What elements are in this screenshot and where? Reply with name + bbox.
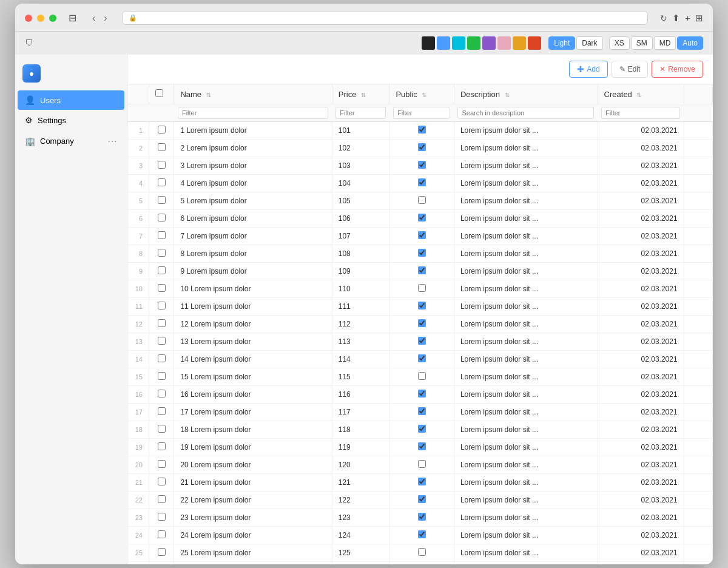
row-checkbox[interactable] <box>158 126 166 134</box>
row-public[interactable] <box>389 404 454 421</box>
row-public[interactable] <box>389 333 454 351</box>
public-checkbox[interactable] <box>418 161 426 169</box>
row-select-cell[interactable] <box>149 122 174 140</box>
row-public[interactable] <box>389 527 454 544</box>
row-checkbox[interactable] <box>158 425 166 433</box>
public-checkbox[interactable] <box>418 214 426 221</box>
public-checkbox[interactable] <box>418 337 426 345</box>
swatch-blue[interactable] <box>437 36 450 50</box>
row-select-cell[interactable] <box>149 509 174 527</box>
row-public[interactable] <box>389 421 454 439</box>
row-public[interactable] <box>389 210 454 228</box>
row-public[interactable] <box>389 439 454 456</box>
row-checkbox[interactable] <box>158 178 166 186</box>
maximize-button[interactable] <box>49 15 56 22</box>
row-select-cell[interactable] <box>149 386 174 404</box>
share-button[interactable]: ⬆ <box>672 13 680 24</box>
edit-button[interactable]: ✎ Edit <box>612 61 649 78</box>
public-checkbox[interactable] <box>418 196 426 204</box>
row-public[interactable] <box>389 228 454 245</box>
row-checkbox[interactable] <box>158 372 166 380</box>
row-select-cell[interactable] <box>149 280 174 298</box>
row-select-cell[interactable] <box>149 263 174 280</box>
row-checkbox[interactable] <box>158 390 166 397</box>
row-public[interactable] <box>389 368 454 386</box>
row-checkbox[interactable] <box>158 407 166 415</box>
public-checkbox[interactable] <box>418 354 426 362</box>
remove-button[interactable]: ✕ Remove <box>652 61 703 78</box>
public-checkbox[interactable] <box>418 302 426 309</box>
filter-created[interactable] <box>601 107 680 119</box>
row-checkbox[interactable] <box>158 460 166 468</box>
swatch-green[interactable] <box>467 36 480 50</box>
row-checkbox[interactable] <box>158 231 166 239</box>
col-header-name[interactable]: Name ⇅ <box>174 84 332 104</box>
forward-button[interactable]: › <box>101 12 109 25</box>
row-public[interactable] <box>389 245 454 263</box>
row-public[interactable] <box>389 263 454 280</box>
row-public[interactable] <box>389 492 454 509</box>
sidebar-item-company[interactable]: 🏢 Company ⋯ <box>18 130 124 152</box>
col-header-price[interactable]: Price ⇅ <box>332 84 389 104</box>
row-select-cell[interactable] <box>149 404 174 421</box>
row-public[interactable] <box>389 280 454 298</box>
new-tab-button[interactable]: + <box>685 13 690 24</box>
row-select-cell[interactable] <box>149 527 174 544</box>
public-checkbox[interactable] <box>418 126 426 134</box>
row-public[interactable] <box>389 456 454 474</box>
swatch-black[interactable] <box>422 36 435 50</box>
row-public[interactable] <box>389 316 454 333</box>
back-button[interactable]: ‹ <box>90 12 98 25</box>
filter-public[interactable] <box>393 107 451 119</box>
row-checkbox[interactable] <box>158 249 166 257</box>
row-select-cell[interactable] <box>149 157 174 175</box>
public-checkbox[interactable] <box>418 390 426 397</box>
sidebar-item-settings[interactable]: ⚙ Settings <box>18 110 124 130</box>
public-checkbox[interactable] <box>418 266 426 274</box>
col-header-created[interactable]: Created ⇅ <box>598 84 684 104</box>
public-checkbox[interactable] <box>418 478 426 485</box>
col-header-description[interactable]: Description ⇅ <box>454 84 598 104</box>
row-checkbox[interactable] <box>158 266 166 274</box>
row-select-cell[interactable] <box>149 544 174 562</box>
public-checkbox[interactable] <box>418 249 426 257</box>
sidebar-toggle-button[interactable]: ⊟ <box>66 11 79 25</box>
row-public[interactable] <box>389 175 454 192</box>
dark-theme-button[interactable]: Dark <box>576 36 602 50</box>
light-theme-button[interactable]: Light <box>548 36 575 50</box>
row-public[interactable] <box>389 122 454 140</box>
row-public[interactable] <box>389 351 454 368</box>
filter-description[interactable] <box>457 107 594 119</box>
row-select-cell[interactable] <box>149 333 174 351</box>
row-public[interactable] <box>389 544 454 562</box>
row-public[interactable] <box>389 474 454 492</box>
row-select-cell[interactable] <box>149 316 174 333</box>
public-checkbox[interactable] <box>418 284 426 292</box>
row-checkbox[interactable] <box>158 354 166 362</box>
row-public[interactable] <box>389 192 454 210</box>
minimize-button[interactable] <box>37 15 44 22</box>
reload-button[interactable]: ↻ <box>660 13 667 23</box>
row-select-cell[interactable] <box>149 456 174 474</box>
row-checkbox[interactable] <box>158 548 166 556</box>
row-checkbox[interactable] <box>158 442 166 450</box>
public-checkbox[interactable] <box>418 319 426 327</box>
row-public[interactable] <box>389 298 454 316</box>
row-checkbox[interactable] <box>158 495 166 503</box>
row-checkbox[interactable] <box>158 513 166 521</box>
row-checkbox[interactable] <box>158 196 166 204</box>
swatch-pink[interactable] <box>497 36 511 50</box>
swatch-red[interactable] <box>528 36 541 50</box>
row-public[interactable] <box>389 140 454 157</box>
row-select-cell[interactable] <box>149 210 174 228</box>
swatch-cyan[interactable] <box>452 36 465 50</box>
public-checkbox[interactable] <box>418 231 426 239</box>
row-checkbox[interactable] <box>158 530 166 538</box>
size-sm-button[interactable]: SM <box>631 36 653 50</box>
row-checkbox[interactable] <box>158 143 166 151</box>
row-checkbox[interactable] <box>158 478 166 485</box>
sidebar-item-users[interactable]: 👤 Users <box>18 90 124 110</box>
public-checkbox[interactable] <box>418 372 426 380</box>
public-checkbox[interactable] <box>418 530 426 538</box>
swatch-orange[interactable] <box>513 36 526 50</box>
